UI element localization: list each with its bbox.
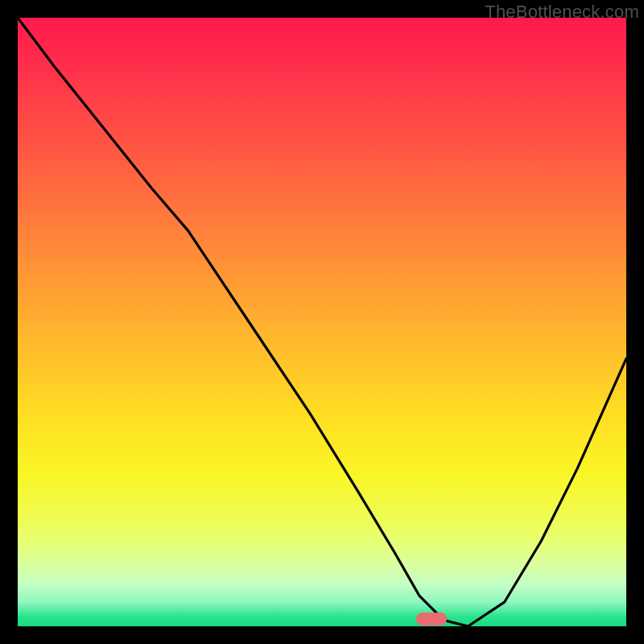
curve-path (18, 18, 626, 626)
outer-frame: TheBottleneck.com (0, 0, 644, 644)
bottleneck-curve (18, 18, 626, 626)
optimum-marker (416, 613, 447, 625)
watermark-text: TheBottleneck.com (485, 2, 639, 23)
plot-area (18, 18, 626, 626)
